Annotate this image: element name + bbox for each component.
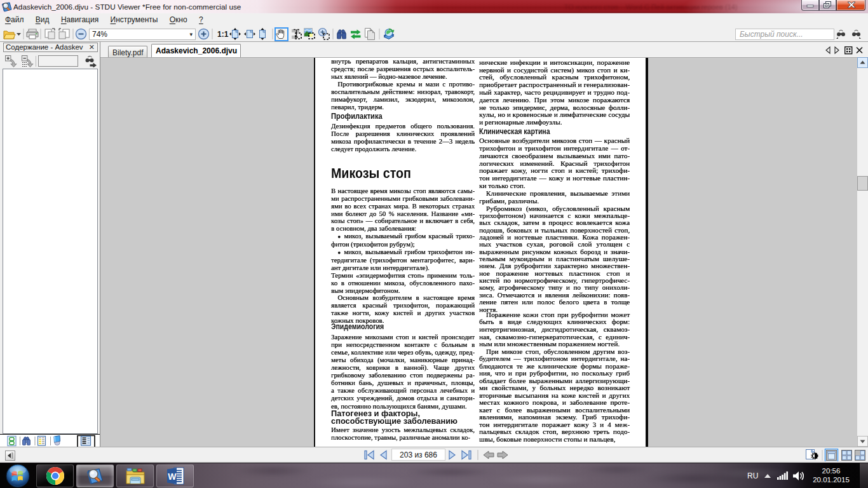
svg-text:1:1: 1:1: [217, 30, 229, 39]
svg-text:W: W: [168, 471, 177, 482]
